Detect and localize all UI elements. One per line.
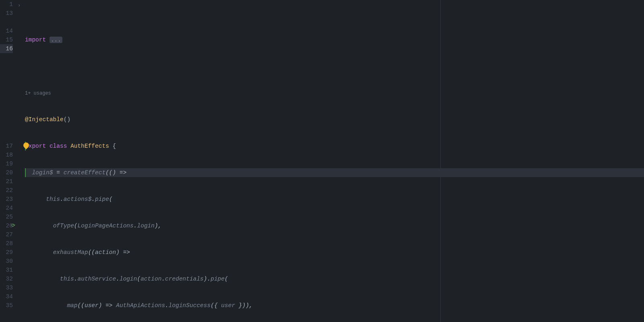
line-number: 30 bbox=[0, 257, 13, 266]
line-number bbox=[0, 53, 13, 62]
line-number bbox=[0, 71, 13, 80]
code-line[interactable]: export class AuthEffects { bbox=[25, 142, 644, 151]
line-number: 33 bbox=[0, 283, 13, 292]
code-line[interactable]: @Injectable() bbox=[25, 115, 644, 124]
line-number: 19 bbox=[0, 159, 13, 168]
usage-hint[interactable]: 1+ usages bbox=[25, 89, 644, 97]
code-editor[interactable]: 1 13 14 15 16 17 18 19 20 21 22 23 24 25… bbox=[0, 0, 644, 322]
refresh-icon[interactable]: ⟳ bbox=[11, 221, 15, 230]
line-number bbox=[0, 133, 13, 142]
line-number: 34 bbox=[0, 292, 13, 301]
line-number: 29 bbox=[0, 248, 13, 257]
line-number: 14 bbox=[0, 27, 13, 35]
code-line[interactable]: exhaustMap((action) => bbox=[25, 248, 644, 257]
line-number bbox=[0, 80, 13, 89]
code-line[interactable]: this.actions$.pipe( bbox=[25, 195, 644, 204]
code-line[interactable]: this.authService.login(action.credential… bbox=[25, 275, 644, 283]
code-line[interactable]: login$ = createEffect(() => bbox=[25, 168, 644, 177]
line-number: 15 bbox=[0, 35, 13, 44]
right-margin-ruler bbox=[440, 0, 441, 322]
line-number bbox=[0, 62, 13, 71]
line-number-gutter: 1 13 14 15 16 17 18 19 20 21 22 23 24 25… bbox=[0, 0, 16, 322]
line-number bbox=[0, 115, 13, 124]
line-number: 18 bbox=[0, 151, 13, 159]
line-number: 17 bbox=[0, 142, 13, 151]
line-number bbox=[0, 18, 13, 27]
line-number: 23 bbox=[0, 195, 13, 204]
line-number: 32 bbox=[0, 275, 13, 283]
fold-column: › bbox=[16, 0, 25, 322]
line-number bbox=[0, 124, 13, 133]
code-line[interactable]: ofType(LoginPageActions.login), bbox=[25, 221, 644, 230]
line-number: 24 bbox=[0, 204, 13, 213]
line-number: 21 bbox=[0, 177, 13, 186]
line-number: 25 bbox=[0, 213, 13, 221]
line-number: 22 bbox=[0, 186, 13, 195]
line-number bbox=[0, 106, 13, 115]
line-number bbox=[0, 89, 13, 97]
code-line[interactable]: import ... bbox=[25, 35, 644, 44]
line-number: 27 bbox=[0, 230, 13, 239]
line-number: 16 bbox=[0, 44, 13, 53]
code-area[interactable]: import ... 1+ usages @Injectable() expor… bbox=[25, 0, 644, 322]
line-number: 26⟳ bbox=[0, 221, 13, 230]
folded-region[interactable]: ... bbox=[50, 37, 62, 43]
line-number: 28 bbox=[0, 239, 13, 248]
fold-toggle-icon[interactable]: › bbox=[18, 1, 21, 10]
line-number: 13 bbox=[0, 9, 13, 18]
code-line[interactable]: map((user) => AuthApiActions.loginSucces… bbox=[25, 301, 644, 310]
line-number bbox=[0, 97, 13, 106]
line-number: 20 bbox=[0, 168, 13, 177]
line-number: 31 bbox=[0, 266, 13, 275]
line-number: 35 bbox=[0, 301, 13, 310]
line-number: 1 bbox=[0, 0, 13, 9]
code-line[interactable] bbox=[25, 62, 644, 71]
